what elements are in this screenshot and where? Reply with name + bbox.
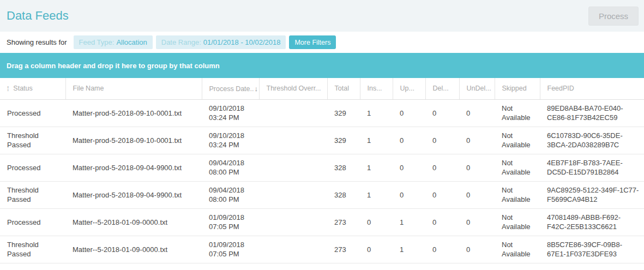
cell-undeleted: 0 (459, 208, 495, 236)
cell-status: Threshold Passed (0, 127, 65, 154)
cell-threshold-overridden (259, 181, 327, 208)
filter-chip-value: Allocation (116, 38, 147, 46)
cell-feedpid: 6C10783D-90C6-35DE-3BCA-2DA038289B7C (540, 127, 644, 154)
cell-process-date: 09/04/2018 08:00 PM (202, 181, 259, 208)
cell-file-name: Matter-prod-5-2018-09-10-0001.txt (65, 99, 202, 127)
cell-deleted: 0 (425, 208, 459, 236)
cell-total: 329 (327, 127, 360, 154)
filter-chip-date-range[interactable]: Date Range: 01/01/2018 - 10/02/2018 (156, 35, 286, 49)
filter-bar: Showing results for Feed Type: Allocatio… (0, 32, 644, 53)
page-title: Data Feeds (7, 9, 69, 23)
column-header-skipped[interactable]: Skipped (495, 78, 540, 99)
column-header-process-date[interactable]: Process Date..↓ (202, 78, 259, 99)
column-header-label: Ins... (368, 85, 382, 92)
cell-updated: 0 (393, 99, 425, 127)
cell-threshold-overridden (259, 154, 327, 181)
process-date-value: 01/09/2018 (209, 240, 255, 249)
process-time-value: 03:24 PM (209, 140, 255, 149)
cell-status: Processed (0, 99, 65, 127)
cell-deleted: 0 (425, 154, 459, 181)
filter-chip-label: Feed Type: (79, 38, 115, 46)
cell-inserted: 0 (360, 208, 393, 236)
column-header-total[interactable]: Total (327, 78, 360, 99)
cell-total: 329 (327, 99, 360, 127)
cell-skipped: Not Available (495, 99, 540, 127)
column-header-label: Process Date.. (209, 85, 254, 93)
filter-chip-feed-type[interactable]: Feed Type: Allocation (74, 35, 153, 49)
cell-inserted: 1 (360, 99, 393, 127)
sort-descending-icon: ↓ (254, 85, 258, 93)
column-header-label: Del... (433, 85, 449, 92)
cell-updated: 0 (393, 154, 425, 181)
cell-feedpid: 9AC89259-5122-349F-1C77-F5699CA94B12 (540, 181, 644, 208)
process-date-value: 01/09/2018 (209, 213, 255, 222)
column-header-label: Total (335, 85, 349, 92)
cell-process-date: 09/04/2018 08:00 PM (202, 154, 259, 181)
process-button[interactable]: Process (588, 7, 639, 26)
column-header-file-name[interactable]: File Name (65, 78, 202, 99)
cell-feedpid: 4EB7F18F-B783-7AEE-DC5D-E15D791B2864 (540, 154, 644, 181)
cell-updated: 1 (393, 208, 425, 236)
cell-process-date: 01/09/2018 07:05 PM (202, 236, 259, 263)
cell-undeleted: 0 (459, 127, 495, 154)
cell-inserted: 0 (360, 236, 393, 263)
cell-skipped: Not Available (495, 127, 540, 154)
process-date-value: 09/10/2018 (209, 104, 255, 113)
cell-threshold-overridden (259, 127, 327, 154)
column-header-label: File Name (73, 85, 104, 92)
data-feeds-table: ⁞Status File Name Process Date..↓ Thresh… (0, 78, 644, 263)
filter-chip-label: Date Range: (161, 38, 201, 46)
cell-file-name: Matter-prod-5-2018-09-10-0001.txt (65, 127, 202, 154)
cell-undeleted: 0 (459, 236, 495, 263)
process-date-value: 09/04/2018 (209, 185, 255, 195)
cell-total: 328 (327, 181, 360, 208)
table-row[interactable]: Threshold Passed Matter--5-2018-01-09-00… (0, 236, 644, 263)
cell-file-name: Matter-prod-5-2018-09-04-9900.txt (65, 154, 202, 181)
cell-status: Threshold Passed (0, 181, 65, 208)
column-grip-icon[interactable]: ⁞ (7, 85, 9, 93)
column-header-updated[interactable]: Up... (393, 78, 425, 99)
column-header-threshold-overridden[interactable]: Threshold Overr... (259, 78, 327, 99)
table-row[interactable]: Processed Matter--5-2018-01-09-0000.txt … (0, 208, 644, 236)
cell-deleted: 0 (425, 236, 459, 263)
cell-updated: 1 (393, 236, 425, 263)
cell-inserted: 1 (360, 127, 393, 154)
table-body: Processed Matter-prod-5-2018-09-10-0001.… (0, 99, 644, 263)
cell-feedpid: 8B5C7E86-39CF-09B8-67E1-1F037E3DFE93 (540, 236, 644, 263)
cell-threshold-overridden (259, 208, 327, 236)
table-header-row: ⁞Status File Name Process Date..↓ Thresh… (0, 78, 644, 99)
cell-undeleted: 0 (459, 181, 495, 208)
table-row[interactable]: Threshold Passed Matter-prod-5-2018-09-0… (0, 181, 644, 208)
table-row[interactable]: Processed Matter-prod-5-2018-09-04-9900.… (0, 154, 644, 181)
column-header-label: Skipped (502, 85, 527, 92)
cell-file-name: Matter--5-2018-01-09-0000.txt (65, 208, 202, 236)
column-header-label: UnDel... (467, 85, 491, 92)
column-header-deleted[interactable]: Del... (425, 78, 459, 99)
table-row[interactable]: Threshold Passed Matter-prod-5-2018-09-1… (0, 127, 644, 154)
cell-file-name: Matter--5-2018-01-09-0000.txt (65, 236, 202, 263)
process-time-value: 07:05 PM (209, 249, 255, 259)
cell-feedpid: 89ED8AB4-BA70-E040-CE86-81F73B42EC59 (540, 99, 644, 127)
process-time-value: 08:00 PM (209, 167, 255, 177)
column-header-undeleted[interactable]: UnDel... (459, 78, 495, 99)
cell-total: 273 (327, 208, 360, 236)
cell-status: Processed (0, 208, 65, 236)
process-time-value: 08:00 PM (209, 195, 255, 204)
column-header-feedpid[interactable]: FeedPID (540, 78, 644, 99)
cell-status: Threshold Passed (0, 236, 65, 263)
column-header-status[interactable]: ⁞Status (0, 78, 65, 99)
cell-skipped: Not Available (495, 208, 540, 236)
column-header-label: FeedPID (547, 85, 574, 92)
column-header-label: Up... (400, 85, 414, 92)
cell-deleted: 0 (425, 181, 459, 208)
process-date-value: 09/10/2018 (209, 131, 255, 140)
cell-skipped: Not Available (495, 181, 540, 208)
cell-threshold-overridden (259, 236, 327, 263)
table-row[interactable]: Processed Matter-prod-5-2018-09-10-0001.… (0, 99, 644, 127)
column-header-label: Threshold Overr... (267, 85, 321, 92)
cell-deleted: 0 (425, 99, 459, 127)
group-by-drop-zone[interactable]: Drag a column header and drop it here to… (0, 53, 644, 78)
column-header-inserted[interactable]: Ins... (360, 78, 393, 99)
cell-threshold-overridden (259, 99, 327, 127)
more-filters-button[interactable]: More Filters (289, 35, 336, 49)
